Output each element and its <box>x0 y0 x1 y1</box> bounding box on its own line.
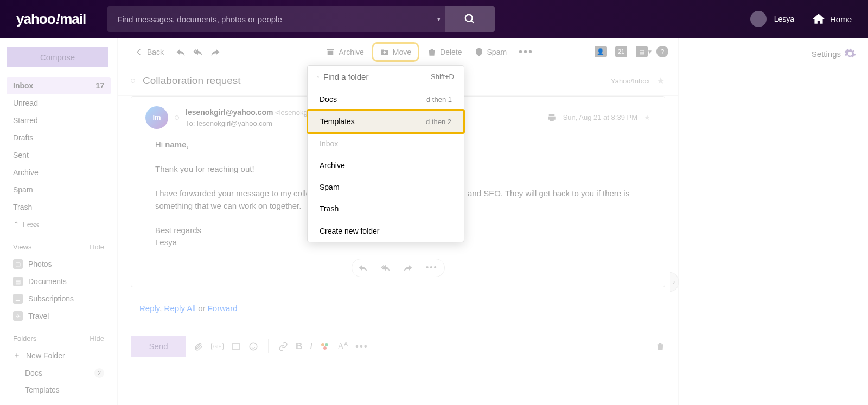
dd-label: Create new folder <box>320 227 380 235</box>
search-scope-caret[interactable]: ▾ <box>433 6 445 32</box>
search-icon <box>317 73 319 81</box>
dd-item-spam[interactable]: Spam <box>308 176 464 198</box>
dd-label: Spam <box>320 183 340 191</box>
home-label: Home <box>830 15 852 24</box>
calendar-icon[interactable]: 21 <box>615 46 627 57</box>
dd-item-trash[interactable]: Trash <box>308 198 464 220</box>
dd-shortcut: d then 1 <box>426 95 452 104</box>
user-name[interactable]: Lesya <box>774 15 794 23</box>
dd-label: Templates <box>320 117 355 126</box>
svg-line-13 <box>318 77 319 78</box>
home-icon <box>812 12 826 26</box>
dd-item-archive[interactable]: Archive <box>308 155 464 176</box>
svg-point-12 <box>317 76 318 77</box>
dd-item-templates[interactable]: Templates d then 2 <box>307 109 465 134</box>
dd-create-folder[interactable]: Create new folder <box>308 220 464 242</box>
logo[interactable]: yahoo!mail <box>16 11 86 28</box>
dd-item-inbox: Inbox <box>308 133 464 155</box>
svg-point-0 <box>465 15 473 22</box>
folder-search-input[interactable] <box>323 72 426 81</box>
contacts-icon[interactable]: 👤 <box>595 46 607 57</box>
move-dropdown: Shift+D Docs d then 1 Templates d then 2… <box>307 65 464 242</box>
dd-shortcut: d then 2 <box>426 118 451 126</box>
dd-label: Trash <box>320 204 339 213</box>
svg-line-1 <box>471 21 474 23</box>
search-button[interactable] <box>445 6 495 32</box>
avatar[interactable] <box>750 11 767 27</box>
dd-item-docs[interactable]: Docs d then 1 <box>308 88 464 110</box>
dd-label: Archive <box>320 161 345 170</box>
notepad-icon[interactable]: ▤ <box>636 46 648 57</box>
dd-label: Inbox <box>320 139 338 148</box>
search-input[interactable] <box>107 6 433 32</box>
dd-label: Docs <box>320 95 337 104</box>
home-link[interactable]: Home <box>812 12 852 26</box>
help-icon[interactable]: ? <box>656 46 668 57</box>
search-shortcut: Shift+D <box>431 73 454 81</box>
